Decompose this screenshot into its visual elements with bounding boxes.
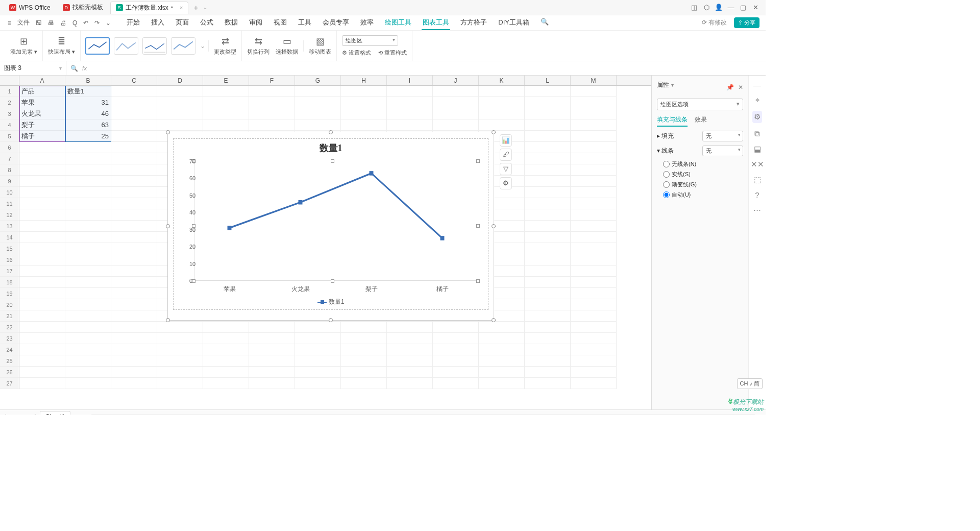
fill-select[interactable]: 无 xyxy=(702,131,743,141)
cell[interactable] xyxy=(19,322,65,333)
cell[interactable] xyxy=(479,344,525,355)
cell[interactable] xyxy=(479,119,525,131)
cell[interactable] xyxy=(157,333,203,344)
select-data-button[interactable]: ▭选择数据 xyxy=(276,36,298,56)
save-icon[interactable]: 🖫 xyxy=(34,19,43,27)
shapes-icon[interactable]: ⬓ xyxy=(754,144,761,154)
tab-wps[interactable]: W WPS Office xyxy=(4,2,56,14)
menu-member[interactable]: 会员专享 xyxy=(322,16,350,30)
cell[interactable] xyxy=(65,232,111,243)
menu-insert[interactable]: 插入 xyxy=(150,16,165,30)
cell[interactable] xyxy=(525,355,571,367)
cell[interactable] xyxy=(157,322,203,333)
cell[interactable] xyxy=(19,232,65,243)
cell[interactable] xyxy=(111,367,157,378)
cell[interactable] xyxy=(387,344,433,355)
quick-icon[interactable]: Q xyxy=(71,19,79,27)
sheet-nav-next[interactable]: ▸ xyxy=(22,413,27,415)
cell[interactable] xyxy=(19,367,65,378)
cell[interactable] xyxy=(525,333,571,344)
cell[interactable] xyxy=(19,277,65,288)
cell[interactable] xyxy=(571,176,617,187)
cloud-status[interactable]: ⟳ 有修改 xyxy=(702,18,727,27)
cell[interactable] xyxy=(65,198,111,209)
cell[interactable] xyxy=(571,119,617,131)
col-E[interactable]: E xyxy=(203,76,249,85)
chart-style-icon[interactable]: 🖊 xyxy=(500,149,512,161)
cell[interactable] xyxy=(111,266,157,277)
cell[interactable] xyxy=(157,355,203,367)
add-element-button[interactable]: ⊞添加元素 ▾ xyxy=(10,36,37,56)
row-head-17[interactable]: 17 xyxy=(0,266,19,277)
col-I[interactable]: I xyxy=(387,76,433,85)
cell[interactable] xyxy=(111,209,157,221)
cell[interactable] xyxy=(295,378,341,389)
menu-chart-tools[interactable]: 图表工具 xyxy=(422,16,450,30)
cell[interactable] xyxy=(341,108,387,119)
cell[interactable] xyxy=(387,367,433,378)
cell[interactable] xyxy=(111,86,157,97)
cell[interactable] xyxy=(65,277,111,288)
cell[interactable] xyxy=(433,378,479,389)
cell[interactable] xyxy=(65,310,111,322)
cell[interactable] xyxy=(203,322,249,333)
cell[interactable]: 产品 xyxy=(19,86,65,97)
cell[interactable] xyxy=(249,344,295,355)
cell[interactable] xyxy=(525,266,571,277)
cell[interactable] xyxy=(65,378,111,389)
plot-area[interactable]: 数量1 数量1 010203040506070苹果火龙果梨子橘子 xyxy=(173,138,488,310)
cell[interactable] xyxy=(571,367,617,378)
cell[interactable] xyxy=(295,108,341,119)
chart-elements-icon[interactable]: 📊 xyxy=(500,134,512,147)
row-head-25[interactable]: 25 xyxy=(0,355,19,367)
cell[interactable] xyxy=(525,119,571,131)
cell[interactable]: 63 xyxy=(65,119,111,131)
cell[interactable] xyxy=(295,322,341,333)
row-head-1[interactable]: 1 xyxy=(0,86,19,97)
cell[interactable] xyxy=(19,344,65,355)
cell[interactable] xyxy=(111,254,157,266)
cell[interactable] xyxy=(203,344,249,355)
select-all-corner[interactable] xyxy=(0,76,19,85)
select-tool-icon[interactable]: ⌖ xyxy=(755,95,760,105)
cell[interactable] xyxy=(341,333,387,344)
menu-ffgz[interactable]: 方方格子 xyxy=(459,16,488,30)
cell[interactable] xyxy=(525,221,571,232)
menu-start[interactable]: 开始 xyxy=(126,16,141,30)
cell[interactable] xyxy=(525,254,571,266)
set-format-button[interactable]: ⚙ 设置格式 xyxy=(342,49,371,57)
cell[interactable] xyxy=(203,367,249,378)
chart-filter-icon[interactable]: ▽ xyxy=(500,163,512,175)
chart-legend[interactable]: 数量1 xyxy=(174,298,488,306)
cell[interactable] xyxy=(525,131,571,142)
cell[interactable] xyxy=(433,355,479,367)
cell[interactable] xyxy=(571,108,617,119)
cell[interactable] xyxy=(571,333,617,344)
tab-effects[interactable]: 效果 xyxy=(695,115,707,127)
cell[interactable] xyxy=(249,108,295,119)
cell[interactable] xyxy=(433,333,479,344)
cell[interactable] xyxy=(387,355,433,367)
cell[interactable] xyxy=(19,333,65,344)
row-head-24[interactable]: 24 xyxy=(0,344,19,355)
row-head-9[interactable]: 9 xyxy=(0,176,19,187)
row-head-10[interactable]: 10 xyxy=(0,187,19,198)
cell[interactable] xyxy=(571,310,617,322)
cell[interactable] xyxy=(525,164,571,176)
collapse-panel-icon[interactable]: — xyxy=(753,81,761,89)
cell[interactable] xyxy=(571,288,617,299)
cell[interactable] xyxy=(65,142,111,153)
row-head-5[interactable]: 5 xyxy=(0,131,19,142)
add-sheet-button[interactable]: + xyxy=(74,413,82,415)
cell[interactable] xyxy=(65,355,111,367)
cell[interactable] xyxy=(295,355,341,367)
cell[interactable] xyxy=(19,198,65,209)
cell[interactable] xyxy=(111,164,157,176)
cell[interactable] xyxy=(65,333,111,344)
menu-efficiency[interactable]: 效率 xyxy=(359,16,375,30)
cell[interactable] xyxy=(479,333,525,344)
cell[interactable] xyxy=(111,176,157,187)
cell[interactable] xyxy=(387,108,433,119)
window-compact-icon[interactable]: ◫ xyxy=(688,4,700,11)
cell[interactable] xyxy=(571,221,617,232)
